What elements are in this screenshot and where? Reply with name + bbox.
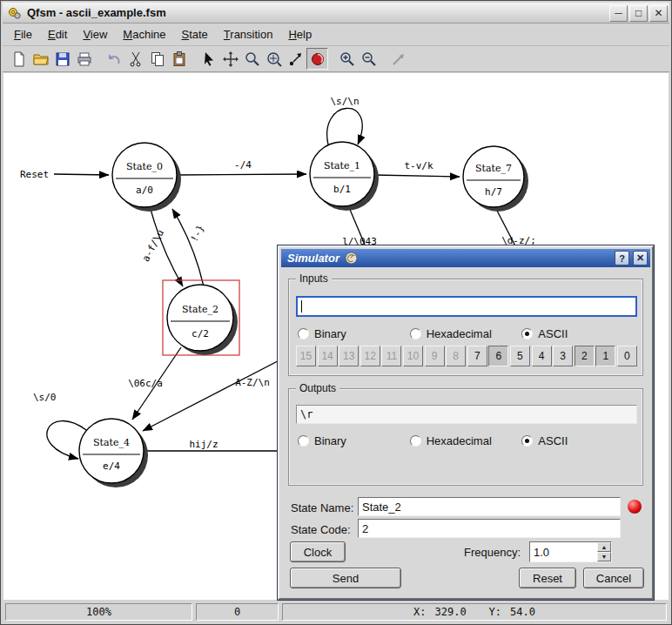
menu-item-file[interactable]: File [6, 25, 40, 44]
cancel-button[interactable]: Cancel [583, 568, 644, 588]
state-node-state-4[interactable]: State_4 e/4 [79, 419, 148, 487]
inputs-radio-ascii[interactable]: ASCII [521, 327, 634, 340]
state-node-state-7[interactable]: State_7 h/7 [463, 146, 528, 212]
state-code-field[interactable]: 2 [358, 519, 621, 538]
label-s4-self: \s/0 [33, 392, 57, 403]
minimize-button[interactable]: ─ [609, 5, 628, 22]
state-node-state-1[interactable]: State_1 b/1 [310, 142, 379, 211]
state-code: h/7 [485, 186, 502, 198]
print-button[interactable] [73, 48, 95, 70]
transition-state2-state0[interactable] [172, 209, 204, 286]
window-icon [7, 5, 23, 21]
menubar: FileEditViewMachineStateTransitionHelp [3, 24, 669, 46]
paste-button[interactable] [168, 48, 190, 70]
statusbar: 100% 0 X: 329.0 Y: 54.0 [3, 601, 669, 622]
inputs-radio-hexadecimal[interactable]: Hexadecimal [410, 327, 522, 340]
radio-label: Hexadecimal [427, 434, 492, 447]
window-titlebar[interactable]: Qfsm - ascii_example.fsm ─ □ ✕ [3, 3, 669, 24]
dialog-close-button[interactable]: ✕ [633, 251, 648, 265]
outputs-group: Outputs \r BinaryHexadecimalASCII [288, 388, 643, 486]
state-name-value: State_2 [362, 501, 401, 514]
bit-button-6[interactable]: 6 [488, 346, 508, 366]
bit-button-13: 13 [339, 346, 359, 366]
radio-label: Binary [314, 434, 346, 447]
window-title: Qfsm - ascii_example.fsm [27, 6, 166, 19]
inputs-encoding-radios: BinaryHexadecimalASCII [298, 327, 634, 340]
frequency-down-button[interactable]: ▼ [597, 552, 611, 561]
outputs-radio-binary[interactable]: Binary [298, 434, 410, 447]
transition-into-state4[interactable] [143, 350, 299, 431]
bit-button-15: 15 [296, 346, 316, 366]
bit-button-5[interactable]: 5 [510, 346, 530, 366]
transition-state0-state1[interactable] [178, 174, 306, 175]
state-node-state-0[interactable]: State_0 a/0 [112, 143, 181, 212]
bit-button-7[interactable]: 7 [467, 346, 487, 366]
label-s2-s0: !-} [189, 224, 207, 245]
bit-button-10: 10 [403, 346, 423, 366]
statusbar-counter: 0 [196, 603, 279, 621]
inputs-field[interactable] [296, 296, 637, 317]
state-name: State_0 [126, 161, 163, 172]
menu-item-state[interactable]: State [173, 25, 215, 44]
save-button[interactable] [51, 48, 73, 70]
state-code: e/4 [103, 460, 120, 472]
state-node-state-2[interactable]: State_2 c/2 [167, 285, 238, 355]
statusbar-zoom: 100% [5, 603, 192, 621]
radio-label: ASCII [538, 327, 568, 340]
outputs-encoding-radios: BinaryHexadecimalASCII [298, 434, 634, 447]
pan-tool-button[interactable] [219, 48, 241, 70]
menu-item-machine[interactable]: Machine [115, 25, 173, 44]
label-into-s4: A-Z/\n [235, 377, 270, 388]
state-code-value: 2 [362, 522, 368, 535]
add-transition-tool-button[interactable] [285, 48, 306, 70]
send-button[interactable]: Send [290, 568, 401, 588]
frequency-spinbox[interactable]: 1.0 ▲ ▼ [529, 541, 612, 562]
radio-label: Hexadecimal [427, 327, 492, 340]
state-name-label: State Name: [291, 501, 353, 514]
bit-button-1[interactable]: 1 [595, 346, 615, 366]
label-s2-s4: \06c/a [128, 378, 163, 389]
simulate-tool-button[interactable] [306, 48, 328, 70]
bit-button-4[interactable]: 4 [532, 346, 552, 366]
bit-button-2[interactable]: 2 [575, 346, 595, 366]
maximize-button[interactable]: □ [629, 5, 648, 22]
transition-reset[interactable] [54, 174, 109, 175]
clock-button[interactable]: Clock [290, 541, 346, 562]
reset-button[interactable]: Reset [519, 568, 576, 588]
bit-button-11: 11 [381, 346, 401, 366]
interactive-zoom-tool-button[interactable] [263, 48, 285, 70]
bit-button-3[interactable]: 3 [553, 346, 573, 366]
new-file-button[interactable] [8, 48, 30, 70]
menu-item-edit[interactable]: Edit [40, 25, 75, 44]
state-name-field[interactable]: State_2 [358, 497, 621, 516]
straighten-transitions-button[interactable] [387, 48, 409, 70]
state-led-indicator [628, 500, 642, 514]
state-name: State_7 [475, 163, 512, 174]
radio-icon [521, 328, 533, 339]
menu-item-help[interactable]: Help [280, 25, 319, 44]
zoom-select-tool-button[interactable] [241, 48, 263, 70]
radio-label: Binary [314, 327, 346, 340]
radio-icon [521, 435, 533, 447]
close-button[interactable]: ✕ [649, 5, 668, 22]
outputs-radio-ascii[interactable]: ASCII [521, 434, 634, 447]
cut-button[interactable] [124, 48, 146, 70]
bit-button-0[interactable]: 0 [617, 346, 637, 366]
zoom-out-button[interactable] [358, 48, 380, 70]
state-code: b/1 [333, 184, 351, 195]
state-name: State_2 [182, 304, 218, 315]
open-file-button[interactable] [30, 48, 51, 70]
select-tool-button[interactable] [198, 48, 219, 70]
dialog-help-button[interactable]: ? [615, 251, 629, 265]
outputs-radio-hexadecimal[interactable]: Hexadecimal [410, 434, 522, 447]
transition-state1-state7[interactable] [374, 175, 460, 177]
qfsm-window: Qfsm - ascii_example.fsm ─ □ ✕ FileEditV… [0, 0, 672, 625]
frequency-up-button[interactable]: ▲ [597, 542, 611, 552]
inputs-radio-binary[interactable]: Binary [298, 327, 410, 340]
menu-item-view[interactable]: View [75, 25, 115, 44]
zoom-in-button[interactable] [336, 48, 358, 70]
menu-item-transition[interactable]: Transition [216, 25, 281, 44]
simulator-titlebar[interactable]: Simulator ? ✕ [281, 249, 650, 267]
copy-button[interactable] [146, 48, 168, 70]
undo-button[interactable] [103, 48, 124, 70]
